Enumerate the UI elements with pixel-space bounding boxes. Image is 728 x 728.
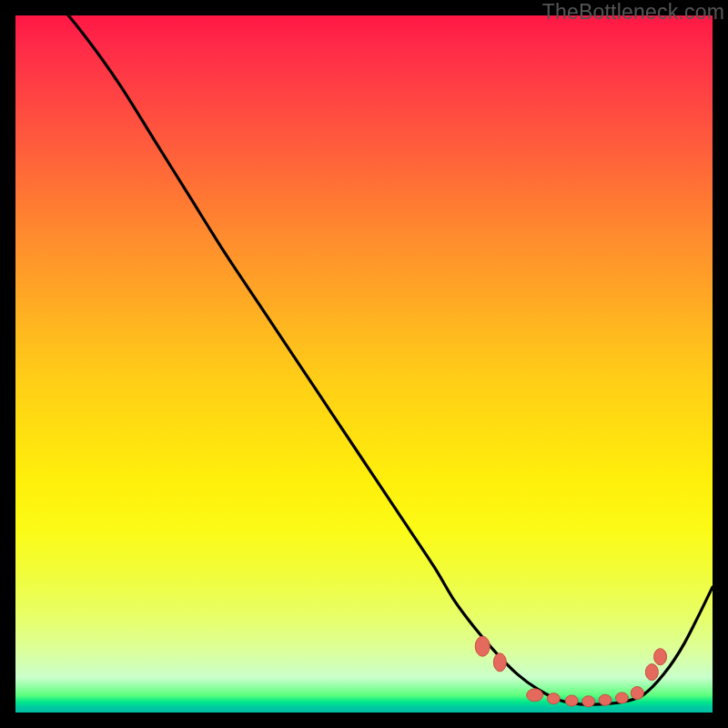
chart-frame — [15, 15, 713, 713]
curve-marker — [565, 695, 578, 706]
curve-marker — [493, 653, 506, 672]
curve-marker — [645, 664, 658, 681]
curve-markers — [475, 636, 666, 707]
curve-marker — [615, 693, 628, 703]
watermark-text: TheBottleneck.com — [542, 0, 724, 25]
curve-marker — [599, 694, 612, 705]
curve-marker — [547, 693, 560, 704]
curve-marker — [631, 687, 643, 700]
bottleneck-curve — [15, 15, 713, 704]
curve-marker — [582, 696, 595, 707]
curve-marker — [654, 649, 667, 665]
curve-marker — [475, 636, 490, 656]
chart-svg — [15, 15, 713, 713]
curve-marker — [527, 689, 543, 702]
plot-area — [15, 15, 713, 713]
